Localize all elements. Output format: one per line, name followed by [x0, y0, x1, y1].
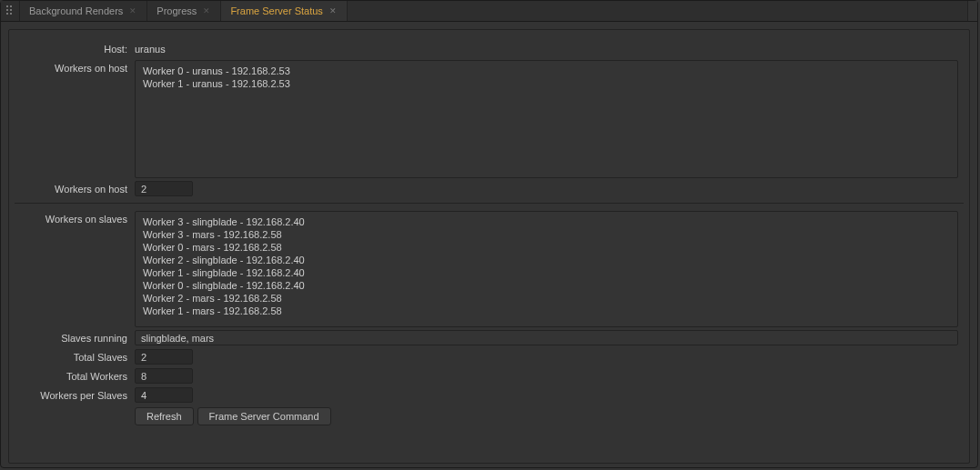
content-area: Host: uranus Workers on host Worker 0 - …: [1, 22, 977, 464]
close-icon[interactable]: ✕: [328, 6, 338, 16]
total-workers-label: Total Workers: [15, 368, 135, 385]
svg-rect-1: [10, 5, 12, 7]
workers-on-slaves-label: Workers on slaves: [15, 211, 135, 227]
svg-rect-5: [10, 13, 12, 15]
frame-server-command-button[interactable]: Frame Server Command: [197, 407, 331, 425]
workers-per-slaves-field[interactable]: 4: [135, 387, 193, 403]
host-value: uranus: [135, 41, 964, 57]
total-slaves-label: Total Slaves: [15, 349, 135, 365]
tab-progress[interactable]: Progress ✕: [147, 1, 221, 21]
svg-rect-2: [6, 9, 8, 11]
svg-rect-3: [10, 9, 12, 11]
status-panel: Host: uranus Workers on host Worker 0 - …: [8, 29, 970, 464]
button-row: Refresh Frame Server Command: [135, 407, 964, 425]
tab-label: Frame Server Status: [230, 5, 322, 16]
svg-rect-4: [6, 13, 8, 15]
section-divider: [15, 203, 964, 204]
slaves-running-field[interactable]: slingblade, mars: [135, 330, 958, 345]
workers-per-slaves-label: Workers per Slaves: [15, 387, 135, 404]
tab-bar-filler: [348, 1, 967, 21]
tab-bar-end: [967, 1, 977, 21]
workers-on-host-count-label: Workers on host: [15, 181, 135, 197]
host-label: Host:: [15, 41, 135, 57]
app-window: Background Renders ✕ Progress ✕ Frame Se…: [0, 0, 978, 468]
tab-label: Background Renders: [29, 5, 123, 16]
close-icon[interactable]: ✕: [202, 6, 211, 16]
tab-label: Progress: [157, 5, 197, 16]
tab-background-renders[interactable]: Background Renders ✕: [20, 1, 147, 21]
total-slaves-field[interactable]: 2: [135, 349, 193, 365]
close-icon[interactable]: ✕: [128, 6, 137, 16]
slaves-running-label: Slaves running: [15, 330, 135, 346]
total-workers-field[interactable]: 8: [135, 368, 193, 384]
refresh-button[interactable]: Refresh: [135, 407, 194, 425]
workers-on-host-count-field[interactable]: 2: [135, 181, 193, 196]
tab-bar: Background Renders ✕ Progress ✕ Frame Se…: [1, 1, 977, 22]
workers-on-host-list-label: Workers on host: [15, 60, 135, 76]
svg-rect-0: [6, 5, 8, 7]
workers-on-host-list[interactable]: Worker 0 - uranus - 192.168.2.53 Worker …: [135, 60, 958, 178]
tab-frame-server-status[interactable]: Frame Server Status ✕: [221, 1, 347, 21]
panel-drag-handle[interactable]: [1, 1, 20, 21]
workers-on-slaves-list[interactable]: Worker 3 - slingblade - 192.168.2.40 Wor…: [135, 211, 958, 327]
